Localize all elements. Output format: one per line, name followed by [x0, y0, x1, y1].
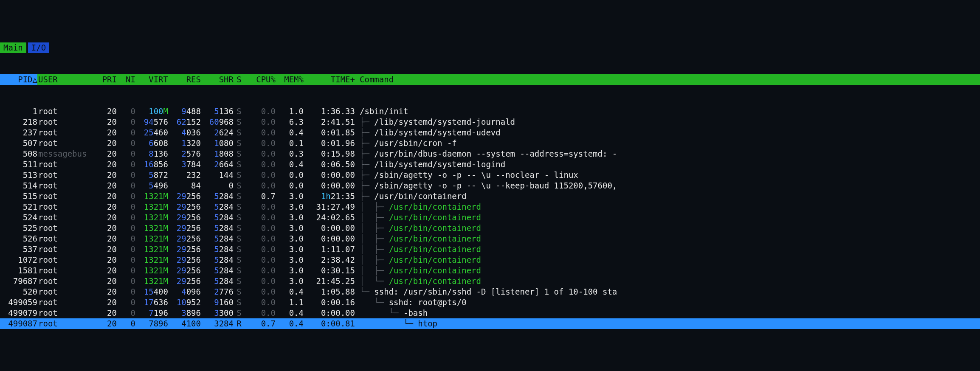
cell-command: │ ├─ /usr/bin/containerd [355, 223, 980, 233]
header-virt[interactable]: VIRT [135, 74, 168, 85]
cell-ni: 0 [117, 287, 135, 297]
cell-state: S [234, 106, 243, 117]
cell-mem: 3.0 [276, 212, 304, 223]
process-row[interactable]: 218root200945766215260968S0.06.32:41.51├… [0, 117, 980, 127]
cell-time: 0:00.81 [304, 318, 355, 329]
process-row[interactable]: 515root2001321M292565284S0.73.01h21:35├─… [0, 191, 980, 202]
process-row[interactable]: 499087root200789641003284R0.70.40:00.81 … [0, 318, 980, 329]
cell-command: └─ htop [355, 318, 980, 329]
cell-state: R [234, 318, 243, 329]
cell-user: root [37, 170, 93, 180]
cell-shr: 144 [201, 170, 234, 180]
column-headers[interactable]: PID△USERPRINIVIRTRESSHRSCPU%MEM%TIME+Com… [0, 74, 980, 85]
cell-shr: 5284 [201, 223, 234, 233]
cell-time: 0:00.00 [304, 223, 355, 233]
process-row[interactable]: 507root200660813201080S0.00.10:01.96├─ /… [0, 138, 980, 149]
cell-mem: 0.4 [276, 318, 304, 329]
process-row[interactable]: 511root2001685637842664S0.00.40:06.50├─ … [0, 159, 980, 170]
cell-pid: 525 [0, 223, 37, 233]
cell-state: S [234, 223, 243, 233]
header-mem[interactable]: MEM% [276, 74, 304, 85]
cell-pri: 20 [93, 149, 117, 159]
cell-ni: 0 [117, 276, 135, 287]
tab-main[interactable]: Main [0, 42, 26, 53]
cell-virt: 5872 [135, 170, 168, 180]
cell-res: 29256 [168, 244, 201, 255]
cell-time: 1:11.07 [304, 244, 355, 255]
process-row[interactable]: 499079root200719638963300S0.00.40:00.00 … [0, 308, 980, 318]
cell-pid: 79687 [0, 276, 37, 287]
header-shr[interactable]: SHR [201, 74, 234, 85]
cell-mem: 0.0 [276, 180, 304, 191]
cell-cpu: 0.0 [243, 223, 276, 233]
cell-ni: 0 [117, 318, 135, 329]
process-row[interactable]: 525root2001321M292565284S0.03.00:00.00│ … [0, 223, 980, 233]
process-row[interactable]: 514root2005496840S0.00.00:00.00├─ /sbin/… [0, 180, 980, 191]
cell-mem: 0.3 [276, 149, 304, 159]
cell-res: 1320 [168, 138, 201, 149]
cell-ni: 0 [117, 297, 135, 308]
cell-ni: 0 [117, 170, 135, 180]
cell-time: 2:41.51 [304, 117, 355, 127]
cell-res: 4100 [168, 318, 201, 329]
cell-ni: 0 [117, 265, 135, 276]
cell-user: root [37, 180, 93, 191]
process-row[interactable]: 508messagebus200813625761808S0.00.30:15.… [0, 149, 980, 159]
process-row[interactable]: 526root2001321M292565284S0.03.00:00.00│ … [0, 233, 980, 244]
cell-virt: 94576 [135, 117, 168, 127]
cell-res: 4036 [168, 127, 201, 138]
process-list[interactable]: 1root200100M94885136S0.01.01:36.33/sbin/… [0, 106, 980, 329]
cell-pri: 20 [93, 223, 117, 233]
process-row[interactable]: 499059root20017636109529160S0.01.10:00.1… [0, 297, 980, 308]
cell-command: ├─ /lib/systemd/systemd-logind [355, 159, 980, 170]
cell-state: S [234, 297, 243, 308]
process-row[interactable]: 1581root2001321M292565284S0.03.00:30.15│… [0, 265, 980, 276]
process-row[interactable]: 237root2002546040362624S0.00.40:01.85├─ … [0, 127, 980, 138]
cell-cpu: 0.0 [243, 265, 276, 276]
header-ni[interactable]: NI [117, 74, 135, 85]
cell-time: 0:00.00 [304, 170, 355, 180]
cell-pid: 508 [0, 149, 37, 159]
cell-virt: 6608 [135, 138, 168, 149]
header-pid[interactable]: PID△ [0, 74, 37, 85]
cell-command: /sbin/init [355, 106, 980, 117]
cell-cpu: 0.0 [243, 255, 276, 265]
cell-state: S [234, 255, 243, 265]
process-row[interactable]: 513root2005872232144S0.00.00:00.00├─ /sb… [0, 170, 980, 180]
cell-ni: 0 [117, 233, 135, 244]
cell-state: S [234, 170, 243, 180]
process-row[interactable]: 521root2001321M292565284S0.03.031:27.49│… [0, 202, 980, 212]
header-time[interactable]: TIME+ [304, 74, 355, 85]
cell-ni: 0 [117, 244, 135, 255]
process-row[interactable]: 1root200100M94885136S0.01.01:36.33/sbin/… [0, 106, 980, 117]
cell-pri: 20 [93, 265, 117, 276]
process-row[interactable]: 79687root2001321M292565284S0.03.021:45.2… [0, 276, 980, 287]
process-row[interactable]: 537root2001321M292565284S0.03.01:11.07│ … [0, 244, 980, 255]
cell-time: 0:06.50 [304, 159, 355, 170]
cell-command: │ ├─ /usr/bin/containerd [355, 255, 980, 265]
cell-shr: 5284 [201, 244, 234, 255]
header-user[interactable]: USER [37, 74, 93, 85]
cell-cpu: 0.0 [243, 308, 276, 318]
header-pri[interactable]: PRI [93, 74, 117, 85]
cell-mem: 3.0 [276, 233, 304, 244]
cell-mem: 3.0 [276, 223, 304, 233]
process-row[interactable]: 520root2001540040962776S0.00.41:05.88└─ … [0, 287, 980, 297]
header-command[interactable]: Command [355, 74, 980, 85]
cell-shr: 2664 [201, 159, 234, 170]
cell-virt: 1321M [135, 202, 168, 212]
cell-virt: 16856 [135, 159, 168, 170]
header-res[interactable]: RES [168, 74, 201, 85]
header-state[interactable]: S [234, 74, 243, 85]
cell-virt: 1321M [135, 191, 168, 202]
cell-pri: 20 [93, 191, 117, 202]
cell-shr: 5284 [201, 202, 234, 212]
cell-state: S [234, 159, 243, 170]
process-row[interactable]: 1072root2001321M292565284S0.03.02:38.42│… [0, 255, 980, 265]
cell-pri: 20 [93, 170, 117, 180]
process-row[interactable]: 524root2001321M292565284S0.03.024:02.65│… [0, 212, 980, 223]
cell-pri: 20 [93, 233, 117, 244]
cell-pid: 524 [0, 212, 37, 223]
tab-io[interactable]: I/O [28, 42, 49, 53]
header-cpu[interactable]: CPU% [243, 74, 276, 85]
